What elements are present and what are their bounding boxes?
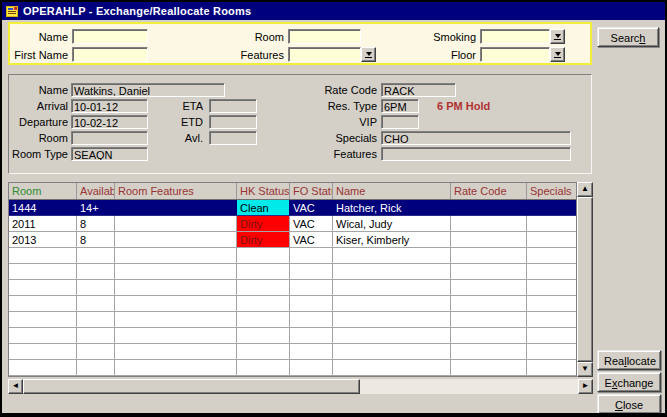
cell-empty — [115, 328, 237, 344]
cell-empty — [115, 360, 237, 376]
column-header-rate_code: Rate Code — [451, 183, 527, 199]
cell-empty — [115, 296, 237, 312]
table-header-row: RoomAvailableRoom FeaturesHK StatusFO St… — [9, 183, 576, 200]
detail-room-value — [71, 131, 148, 145]
detail-avl-value — [209, 131, 257, 145]
close-button[interactable]: Close — [597, 394, 661, 414]
cell-empty — [77, 248, 115, 264]
features-label: Features — [200, 48, 284, 63]
cell-specials — [527, 216, 577, 232]
first-name-input[interactable] — [72, 47, 148, 62]
cell-empty — [333, 248, 451, 264]
room-input[interactable] — [288, 29, 361, 44]
cell-empty — [237, 328, 290, 344]
cell-empty — [77, 360, 115, 376]
scroll-right-icon[interactable]: ► — [578, 379, 593, 394]
cell-empty — [451, 264, 527, 280]
floor-label: Floor — [390, 48, 476, 63]
cell-empty — [115, 344, 237, 360]
floor-dropdown-icon[interactable] — [550, 47, 565, 62]
cell-name: Kiser, Kimberly — [333, 232, 451, 248]
smoking-label: Smoking — [390, 30, 476, 45]
cell-hk_status: Dirty — [237, 232, 290, 248]
search-button[interactable]: Search — [597, 27, 659, 47]
column-header-specials: Specials — [527, 183, 577, 199]
cell-room: 2013 — [9, 232, 77, 248]
table-row-empty[interactable] — [9, 312, 576, 328]
cell-empty — [527, 312, 577, 328]
cell-fo_status: VAC — [290, 232, 333, 248]
cell-empty — [77, 344, 115, 360]
smoking-input[interactable] — [480, 29, 550, 44]
table-row[interactable]: 144414+CleanVACHatcher, Rick — [9, 200, 576, 216]
cell-specials — [527, 200, 577, 216]
column-header-room_features: Room Features — [115, 183, 237, 199]
scroll-left-icon[interactable]: ◄ — [8, 379, 23, 394]
detail-etd-value — [209, 115, 257, 129]
cell-empty — [115, 248, 237, 264]
cell-empty — [237, 360, 290, 376]
features-dropdown-icon[interactable] — [361, 47, 376, 62]
table-row[interactable]: 20118DirtyVACWical, Judy — [9, 216, 576, 232]
cell-empty — [451, 312, 527, 328]
smoking-dropdown-icon[interactable] — [550, 29, 565, 44]
detail-eta-label: ETA — [163, 99, 203, 113]
cell-name: Hatcher, Rick — [333, 200, 451, 216]
cell-empty — [237, 312, 290, 328]
cell-empty — [9, 344, 77, 360]
cell-empty — [290, 264, 333, 280]
cell-empty — [290, 248, 333, 264]
column-header-fo_status: FO Status — [290, 183, 333, 199]
table-row-empty[interactable] — [9, 296, 576, 312]
cell-empty — [527, 344, 577, 360]
scroll-up-icon[interactable]: ▲ — [577, 182, 593, 197]
reallocate-button[interactable]: Reallocate — [597, 350, 661, 370]
cell-empty — [9, 296, 77, 312]
column-header-available: Available — [77, 183, 115, 199]
table-row-empty[interactable] — [9, 264, 576, 280]
cell-empty — [237, 296, 290, 312]
detail-vip-label: VIP — [297, 115, 377, 129]
table-horizontal-scrollbar[interactable]: ◄ ► — [8, 379, 593, 394]
reservation-details-panel: Name Watkins, Daniel Arrival 10-01-12 ET… — [8, 74, 592, 174]
table-vertical-scrollbar[interactable]: ▲ ▼ — [577, 182, 593, 377]
cell-empty — [290, 280, 333, 296]
table-row-empty[interactable] — [9, 248, 576, 264]
cell-fo_status: VAC — [290, 216, 333, 232]
detail-name-value: Watkins, Daniel — [71, 83, 225, 97]
name-input[interactable] — [72, 29, 148, 44]
cell-empty — [9, 264, 77, 280]
table-row[interactable]: 20138DirtyVACKiser, Kimberly — [9, 232, 576, 248]
horizontal-scroll-track[interactable] — [360, 379, 578, 394]
cell-empty — [333, 360, 451, 376]
cell-hk_status: Clean — [237, 200, 290, 216]
detail-room-label: Room — [11, 131, 68, 145]
detail-room-type-value: SEAQN — [71, 147, 148, 161]
cell-room: 1444 — [9, 200, 77, 216]
cell-empty — [290, 328, 333, 344]
cell-empty — [115, 264, 237, 280]
vertical-scroll-thumb[interactable] — [577, 197, 593, 362]
room-label: Room — [200, 30, 284, 45]
detail-rate-code-value: RACK — [381, 83, 456, 97]
scroll-down-icon[interactable]: ▼ — [577, 362, 593, 377]
table-row-empty[interactable] — [9, 360, 576, 376]
detail-departure-label: Departure — [11, 115, 68, 129]
cell-empty — [527, 280, 577, 296]
horizontal-scroll-thumb[interactable] — [23, 379, 360, 394]
detail-arrival-value: 10-01-12 — [71, 99, 148, 113]
cell-available: 8 — [77, 216, 115, 232]
table-row-empty[interactable] — [9, 344, 576, 360]
floor-input[interactable] — [480, 47, 550, 62]
table-row-empty[interactable] — [9, 280, 576, 296]
cell-rate_code — [451, 232, 527, 248]
cell-empty — [9, 360, 77, 376]
exchange-button[interactable]: Exchange — [597, 372, 661, 392]
features-input[interactable] — [288, 47, 361, 62]
cell-empty — [333, 328, 451, 344]
window-icon — [5, 5, 19, 18]
table-row-empty[interactable] — [9, 328, 576, 344]
cell-hk_status: Dirty — [237, 216, 290, 232]
detail-specials-value: CHO — [381, 131, 571, 145]
detail-arrival-label: Arrival — [11, 99, 68, 113]
